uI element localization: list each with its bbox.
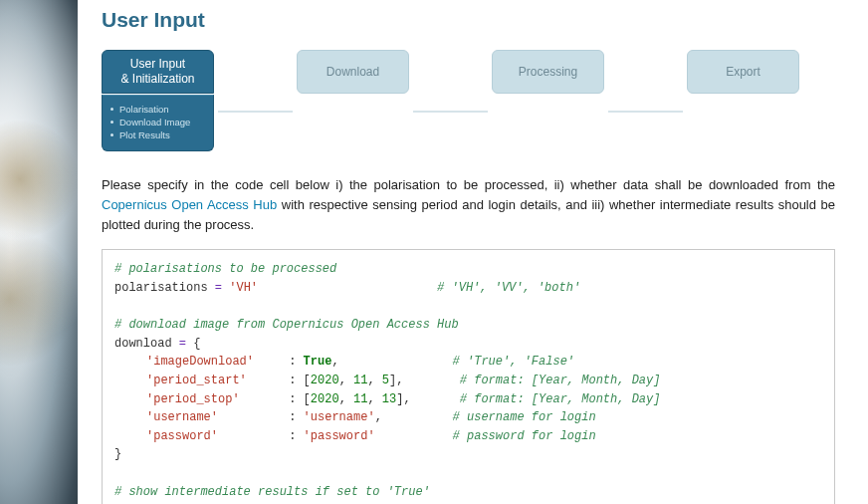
code-num: 13 <box>382 392 396 406</box>
bullet-icon <box>110 108 113 111</box>
code-comment: # format: [Year, Month, Day] <box>460 390 661 409</box>
bullet-icon <box>110 121 113 124</box>
code-text: , <box>367 374 381 387</box>
code-op: = <box>215 281 222 295</box>
main-content: User Input User Input & Initialization P… <box>102 0 835 504</box>
stage-label-line2: & Initialization <box>120 72 194 87</box>
stage-label: Export <box>726 65 760 79</box>
stage-user-input[interactable]: User Input & Initialization <box>102 50 214 94</box>
stage-substeps: Polarisation Download Image Plot Results <box>102 95 214 151</box>
code-key: 'period_start' <box>146 374 247 387</box>
copernicus-link[interactable]: Copernicus Open Access Hub <box>102 197 277 212</box>
code-text: : [ <box>282 392 311 406</box>
code-num: 11 <box>353 392 367 406</box>
code-comment: # format: [Year, Month, Day] <box>460 372 661 390</box>
substep-label: Download Image <box>119 117 190 127</box>
code-text: { <box>186 337 200 351</box>
code-text: ], <box>396 392 410 406</box>
stage-label-line1: User Input <box>130 57 185 72</box>
code-key: 'password' <box>146 429 218 443</box>
code-comment: # username for login <box>453 408 596 427</box>
stage-label: Download <box>326 65 379 79</box>
code-comment: # 'VH', 'VV', 'both' <box>437 281 580 295</box>
workflow-stages: User Input & Initialization Polarisation… <box>102 50 835 151</box>
code-text: ], <box>389 374 403 387</box>
code-text: : <box>282 355 304 369</box>
code-num: 2020 <box>311 392 339 406</box>
code-key: 'username' <box>146 410 218 424</box>
code-cell[interactable]: # polarisations to be processed polarisa… <box>102 249 835 504</box>
intro-paragraph: Please specify in the code cell below i)… <box>102 175 835 235</box>
code-text: , <box>339 392 353 406</box>
bullet-icon <box>110 133 113 136</box>
stage-processing[interactable]: Processing <box>492 50 604 94</box>
substep-label: Plot Results <box>119 129 170 140</box>
code-comment: # 'True', 'False' <box>453 353 574 372</box>
code-comment: # password for login <box>453 427 596 446</box>
code-text: polarisations <box>114 281 215 295</box>
code-string: 'username' <box>304 410 375 424</box>
code-text: , <box>331 355 338 369</box>
code-comment: # download image from Copernicus Open Ac… <box>114 318 459 332</box>
code-text: download <box>114 337 179 351</box>
stage-connector <box>218 111 293 113</box>
code-bool: True <box>304 355 332 369</box>
stage-label: Processing <box>519 65 577 79</box>
code-text: } <box>114 447 121 461</box>
code-key: 'period_stop' <box>146 392 240 406</box>
code-text: , <box>367 392 381 406</box>
stage-export[interactable]: Export <box>687 50 799 94</box>
code-comment: # polarisations to be processed <box>114 262 336 276</box>
stage-connector <box>413 111 488 113</box>
code-num: 5 <box>382 374 389 387</box>
code-text: , <box>375 410 382 424</box>
code-text: : [ <box>282 374 311 387</box>
code-op: = <box>179 337 186 351</box>
code-text: : <box>282 410 304 424</box>
code-num: 2020 <box>311 374 339 387</box>
code-key: 'imageDownload' <box>146 355 254 369</box>
page-title: User Input <box>102 8 835 32</box>
stage-connector <box>608 111 683 113</box>
code-string: 'VH' <box>222 281 258 295</box>
code-num: 11 <box>353 374 367 387</box>
code-comment: # show intermediate results if set to 'T… <box>114 485 430 499</box>
code-text: , <box>339 374 353 387</box>
code-text: : <box>282 429 304 443</box>
sidebar-earth-image <box>0 0 78 504</box>
intro-text-pre: Please specify in the code cell below i)… <box>102 177 835 192</box>
stage-download[interactable]: Download <box>297 50 409 94</box>
code-string: 'password' <box>304 429 375 443</box>
substep-label: Polarisation <box>119 104 169 115</box>
